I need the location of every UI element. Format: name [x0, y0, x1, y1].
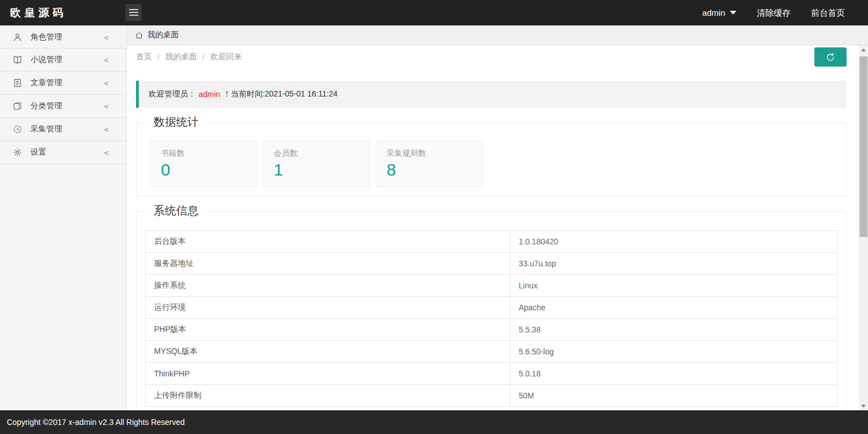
stat-card-collect-rules: 采集规则数 8 [376, 141, 483, 187]
tab-my-desktop[interactable]: 我的桌面 [127, 25, 189, 45]
stat-value: 0 [161, 160, 257, 179]
table-row: ThinkPHP5.0.18 [146, 363, 838, 385]
sidebar-item-label: 文章管理 [30, 78, 62, 88]
scroll-down-arrow[interactable] [859, 401, 868, 410]
table-row: 服务器地址33.u7u.top [146, 253, 838, 275]
refresh-icon [825, 52, 836, 63]
sidebar-item-label: 设置 [30, 147, 46, 157]
front-home-link[interactable]: 前台首页 [811, 0, 845, 25]
stat-cards: 书籍数 0 会员数 1 采集规则数 8 [137, 123, 846, 196]
welcome-alert: 欢迎管理员： admin ！当前时间:2021-05-01 16:11:24 [136, 81, 847, 108]
table-row: 操作系统Linux [146, 275, 838, 297]
article-icon [12, 77, 23, 89]
stat-label: 书籍数 [161, 148, 257, 159]
table-row: 后台版本1.0.180420 [146, 231, 838, 253]
clear-cache-link[interactable]: 清除缓存 [757, 0, 791, 25]
sidebar-item-novels[interactable]: 小说管理 < [0, 49, 126, 72]
sidebar-item-label: 采集管理 [30, 124, 62, 134]
chevron-left-icon: < [104, 95, 108, 118]
header-actions: admin 清除缓存 前台首页 [702, 0, 845, 25]
gear-icon [12, 147, 23, 158]
sidebar-item-settings[interactable]: 设置 < [0, 141, 126, 164]
welcome-prefix: 欢迎管理员： [148, 89, 196, 99]
system-info-title: 系统信息 [148, 203, 204, 218]
user-dropdown[interactable]: admin [702, 0, 737, 25]
breadcrumb-desktop[interactable]: 我的桌面 [165, 52, 197, 62]
menu-toggle-button[interactable] [125, 4, 142, 21]
scroll-up-arrow[interactable] [859, 45, 868, 54]
user-icon [12, 32, 23, 43]
table-row: MYSQL版本5.6.50-log [146, 341, 838, 363]
hamburger-icon [129, 9, 138, 10]
footer: Copyright ©2017 x-admin v2.3 All Rights … [0, 410, 868, 434]
chevron-left-icon: < [104, 118, 108, 141]
breadcrumb-separator: / [157, 53, 160, 62]
sidebar: 角色管理 < 小说管理 < 文章管理 < 分类管理 < 采集管理 < 设置 [0, 25, 127, 410]
tab-label: 我的桌面 [147, 30, 179, 40]
table-row: 运行环境Apache [146, 297, 838, 319]
breadcrumb: 首页 / 我的桌面 / 欢迎回来 [127, 45, 868, 69]
breadcrumb-home[interactable]: 首页 [136, 52, 152, 62]
chevron-left-icon: < [104, 72, 108, 95]
sidebar-item-categories[interactable]: 分类管理 < [0, 95, 126, 118]
welcome-username: admin [199, 90, 220, 99]
sidebar-item-articles[interactable]: 文章管理 < [0, 72, 126, 95]
stat-value: 1 [274, 160, 370, 179]
breadcrumb-current: 欢迎回来 [210, 52, 242, 62]
stats-panel: 数据统计 书籍数 0 会员数 1 采集规则数 8 [136, 122, 847, 196]
stats-panel-title: 数据统计 [148, 115, 204, 130]
stat-label: 会员数 [274, 148, 370, 159]
collect-icon [12, 124, 23, 135]
welcome-suffix: ！当前时间:2021-05-01 16:11:24 [223, 89, 337, 99]
scrollbar-thumb[interactable] [860, 56, 867, 237]
chevron-left-icon: < [104, 26, 108, 49]
refresh-button[interactable] [814, 47, 847, 67]
table-row: PHP版本5.5.38 [146, 319, 838, 341]
tab-bar: 我的桌面 [127, 25, 868, 45]
stat-card-members: 会员数 1 [263, 141, 370, 187]
copyright-text: Copyright ©2017 x-admin v2.3 All Rights … [7, 418, 185, 427]
stat-card-books: 书籍数 0 [150, 141, 257, 187]
chevron-left-icon: < [104, 141, 108, 164]
main-content: 我的桌面 首页 / 我的桌面 / 欢迎回来 欢迎管理员： admin ！当前时间… [127, 25, 868, 410]
app-logo: 欧皇源码 [10, 0, 67, 25]
sidebar-item-label: 分类管理 [30, 101, 62, 111]
home-icon [135, 31, 143, 40]
chevron-down-icon [730, 11, 737, 15]
vertical-scrollbar[interactable] [859, 45, 868, 410]
user-name: admin [702, 0, 725, 25]
book-icon [12, 54, 23, 65]
stat-label: 采集规则数 [387, 148, 483, 159]
chevron-left-icon: < [104, 49, 108, 72]
category-icon [12, 100, 23, 112]
top-header: 欧皇源码 admin 清除缓存 前台首页 [0, 0, 868, 25]
sidebar-item-label: 小说管理 [30, 55, 62, 65]
table-row: 上传附件限制50M [146, 385, 838, 407]
sidebar-item-roles[interactable]: 角色管理 < [0, 25, 126, 49]
sidebar-item-collect[interactable]: 采集管理 < [0, 118, 126, 141]
sidebar-item-label: 角色管理 [30, 32, 62, 42]
system-info-panel: 系统信息 后台版本1.0.180420 服务器地址33.u7u.top 操作系统… [136, 211, 847, 410]
stat-value: 8 [387, 160, 483, 179]
system-info-table: 后台版本1.0.180420 服务器地址33.u7u.top 操作系统Linux… [145, 230, 838, 407]
breadcrumb-separator: / [203, 53, 205, 62]
